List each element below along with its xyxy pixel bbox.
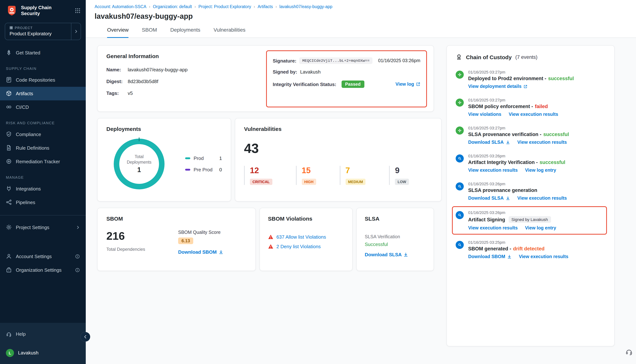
- sbom-quality-score-badge: 6.13: [178, 238, 193, 244]
- section-heading-supply-chain: SUPPLY CHAIN: [0, 60, 86, 73]
- breadcrumb-artifacts[interactable]: Artifacts: [258, 4, 273, 9]
- breadcrumb-project[interactable]: Project: Product Exploratory: [198, 4, 251, 9]
- pipeline-icon: [6, 199, 12, 205]
- user-menu[interactable]: L Lavakush: [0, 346, 86, 360]
- sidebar-item-help[interactable]: Help: [0, 327, 86, 341]
- sidebar-item-label: Organization Settings: [16, 267, 62, 273]
- legend-item-pre-prod: Pre Prod 0: [185, 167, 222, 172]
- breadcrumb-account[interactable]: Account: Automation-SSCA: [95, 4, 146, 9]
- breadcrumb-separator: ›: [275, 4, 277, 9]
- download-icon: [506, 140, 510, 144]
- document-icon: [6, 145, 12, 151]
- sidebar-item-account-settings[interactable]: Account Settings: [0, 250, 86, 263]
- view-execution-results-link[interactable]: View execution results: [517, 140, 567, 145]
- allow-list-violations-link[interactable]: 637 Allow list Violations: [276, 234, 326, 240]
- scan-stage-icon: [456, 154, 464, 162]
- download-icon: [507, 254, 511, 259]
- event-title: Deployed to Prod2 environment -: [468, 76, 546, 81]
- tab-deployments[interactable]: Deployments: [170, 27, 200, 38]
- view-execution-results-link[interactable]: View execution results: [517, 196, 567, 201]
- sidebar-item-label: Pipelines: [16, 200, 35, 205]
- project-label: PROJECT: [15, 26, 33, 30]
- tab-bar: Overview SBOM Deployments Vulnerabilitie…: [86, 20, 636, 38]
- event-time: 01/16/2025 03:26pm: [468, 182, 567, 186]
- event-title: SLSA provenance verification -: [468, 132, 541, 137]
- card-title: SLSA: [365, 216, 426, 222]
- sidebar-item-label: Help: [16, 331, 26, 337]
- project-selector[interactable]: PROJECT Product Exploratory: [5, 22, 81, 40]
- warning-icon: [268, 244, 273, 249]
- scan-stage-icon: [456, 182, 464, 190]
- card-title: Vulnerabilities: [244, 126, 432, 132]
- download-slsa-link[interactable]: Download SLSA: [468, 140, 510, 145]
- event-time: 01/16/2025 03:27pm: [468, 98, 558, 102]
- sidebar-item-cicd[interactable]: CI/CD: [0, 100, 86, 114]
- cube-icon: [6, 90, 12, 96]
- slsa-status: Successful: [365, 242, 426, 247]
- chain-of-custody-panel: Chain of Custody (7 events) 01/16/2025 0…: [446, 45, 615, 346]
- sidebar-item-compliance[interactable]: Compliance: [0, 128, 86, 141]
- download-sbom-link[interactable]: Download SBOM: [178, 249, 223, 255]
- event-title: Artifact Signing: [468, 217, 505, 222]
- sidebar-item-pipelines[interactable]: Pipelines: [0, 196, 86, 209]
- tab-overview[interactable]: Overview: [107, 27, 129, 38]
- deny-list-violations-link[interactable]: 2 Deny list Violations: [276, 244, 321, 249]
- brand-line1: Supply Chain: [21, 5, 52, 11]
- custody-event-artifact-integrity-verification: 01/16/2025 03:26pm Artifact Integrity Ve…: [456, 154, 605, 173]
- breadcrumb: Account: Automation-SSCA› Organization: …: [86, 0, 636, 9]
- breadcrumb-separator: ›: [149, 4, 150, 9]
- info-icon[interactable]: [75, 268, 80, 272]
- sidebar-item-integrations[interactable]: Integrations: [0, 182, 86, 196]
- sidebar-item-rule-definitions[interactable]: Rule Definitions: [0, 141, 86, 154]
- event-status: successful: [543, 132, 569, 137]
- custody-event-artifact-signing-highlight-annotation: 01/16/2025 03:26pm Artifact Signing Sign…: [452, 206, 607, 234]
- sidebar-item-label: Integrations: [16, 186, 41, 192]
- pipeline-stage-icon: [456, 126, 464, 134]
- breadcrumb-organization[interactable]: Organization: default: [153, 4, 192, 9]
- view-log-entry-link[interactable]: View log entry: [525, 226, 556, 230]
- view-violations-link[interactable]: View violations: [468, 112, 501, 117]
- sidebar-item-label: Artifacts: [16, 91, 33, 96]
- view-execution-results-link[interactable]: View execution results: [468, 168, 518, 173]
- sidebar-item-get-started[interactable]: Get Started: [0, 46, 86, 60]
- view-log-entry-link[interactable]: View log entry: [525, 168, 556, 173]
- sidebar-item-organization-settings[interactable]: Organization Settings: [0, 263, 86, 277]
- tab-vulnerabilities[interactable]: Vulnerabilities: [214, 27, 245, 38]
- sidebar-item-label: Get Started: [16, 50, 40, 55]
- project-name: Product Exploratory: [10, 31, 68, 36]
- pipeline-stage-icon: [456, 70, 464, 79]
- card-title: SBOM Violations: [268, 216, 344, 222]
- sidebar-item-artifacts[interactable]: Artifacts: [0, 86, 86, 100]
- view-execution-results-link[interactable]: View execution results: [468, 226, 518, 230]
- event-status: drift detected: [513, 246, 544, 252]
- download-sbom-link[interactable]: Download SBOM: [468, 254, 511, 259]
- view-execution-results-link[interactable]: View execution results: [509, 112, 558, 117]
- download-slsa-link[interactable]: Download SLSA: [365, 252, 408, 257]
- info-icon[interactable]: [75, 254, 80, 259]
- donut-center-value: 1: [137, 166, 141, 174]
- view-execution-results-link[interactable]: View execution results: [519, 254, 568, 259]
- sidebar-item-label: Rule Definitions: [16, 145, 49, 150]
- external-link-icon: [523, 84, 527, 88]
- breadcrumb-separator: ›: [194, 4, 196, 9]
- support-chat-button[interactable]: [625, 348, 633, 358]
- custody-event-slsa-provenance-generation: 01/16/2025 03:26pm SLSA provenance gener…: [456, 182, 605, 201]
- section-heading-risk-compliance: RISK AND COMPLIANCE: [0, 114, 86, 128]
- donut-center-label: Total Deployments: [123, 154, 155, 165]
- tab-sbom[interactable]: SBOM: [142, 27, 157, 38]
- view-log-link[interactable]: View log: [396, 82, 420, 87]
- breadcrumb-current[interactable]: lavakush07/easy-buggy-app: [279, 4, 332, 9]
- sidebar-item-code-repositories[interactable]: Code Repositories: [0, 73, 86, 86]
- event-title: Artifact Integrity Verification -: [468, 160, 538, 165]
- download-slsa-link[interactable]: Download SLSA: [468, 196, 510, 201]
- sidebar-collapse-button[interactable]: [81, 332, 90, 342]
- view-deployment-details-link[interactable]: View deployment details: [468, 84, 527, 89]
- app-switcher-icon[interactable]: [75, 8, 81, 14]
- sidebar-item-remediation-tracker[interactable]: Remediation Tracker: [0, 154, 86, 168]
- deny-list-violations-row: 2 Deny list Violations: [268, 244, 344, 249]
- event-status: failed: [535, 104, 548, 109]
- sidebar-item-label: Code Repositories: [16, 77, 55, 82]
- event-status: successful: [540, 160, 565, 165]
- digest-label: Digest:: [106, 79, 128, 84]
- sidebar-item-project-settings[interactable]: Project Settings: [0, 220, 86, 234]
